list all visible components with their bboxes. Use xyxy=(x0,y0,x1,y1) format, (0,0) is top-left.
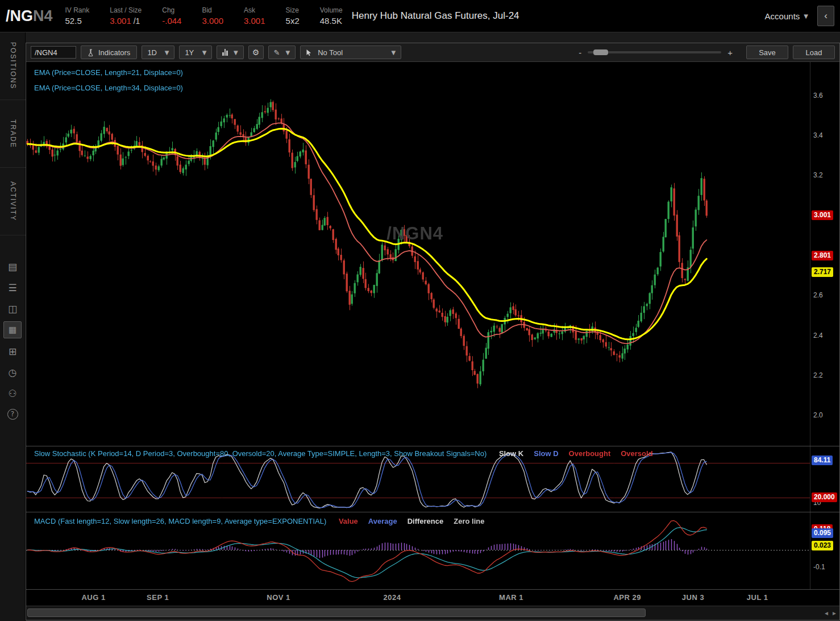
time-axis[interactable]: AUG 1SEP 1NOV 12024MAR 1APR 29JUN 3JUL 1 xyxy=(26,589,839,606)
scroll-right-icon[interactable]: ▸ xyxy=(833,609,836,617)
sidebar-tab-activity[interactable]: ACTIVITY xyxy=(0,168,26,235)
quote-field: Size5x2 xyxy=(286,6,300,26)
list-icon[interactable]: ☰ xyxy=(0,277,26,298)
symbol-suffix: N4 xyxy=(33,7,53,24)
aggregation-dropdown[interactable]: 1D ▼ xyxy=(142,45,174,59)
time-axis-label: MAR 1 xyxy=(499,593,523,602)
scroll-left-icon[interactable]: ◂ xyxy=(825,609,828,617)
price-axis[interactable]: 3.63.43.22.62.42.22.03.0012.8012.717 xyxy=(810,62,839,446)
active-tool-dropdown[interactable]: No Tool ▼ xyxy=(300,45,401,59)
chart-toolbar: Indicators 1D ▼ 1Y ▼ ▼ ⚙ xyxy=(26,43,839,62)
quote-field-value: 3.001 /1 xyxy=(110,16,142,26)
stochastic-axis[interactable]: 1084.1120.000 xyxy=(810,446,839,512)
accounts-label: Accounts xyxy=(765,11,800,21)
quote-field-value: 52.5 xyxy=(65,16,90,26)
stoch-study-row: Slow Stochastic (K Period=14, D Period=3… xyxy=(34,449,653,458)
stochastic-panel: Slow Stochastic (K Period=14, D Period=3… xyxy=(26,446,839,512)
quote-field-value: 3.001 xyxy=(244,16,265,26)
app-body: POSITIONSTRADEACTIVITY ▤☰◫▦⊞◷⚇? Indicato… xyxy=(0,32,840,621)
price-panel: EMA (Price=CLOSE, Length=21, Displace=0)… xyxy=(26,62,839,446)
load-button[interactable]: Load xyxy=(793,45,835,59)
chart-type-dropdown[interactable]: ▼ xyxy=(217,45,243,59)
chevron-left-icon: ‹ xyxy=(824,10,827,22)
sidebar-tabs: POSITIONSTRADEACTIVITY xyxy=(0,32,25,235)
scrollbar-thumb[interactable] xyxy=(27,608,646,617)
axis-badge: 84.11 xyxy=(812,456,833,465)
quote-field-label: Bid xyxy=(202,6,223,14)
chart-scrollbar[interactable]: ◂ ▸ xyxy=(26,606,839,620)
legend-item[interactable]: Difference xyxy=(407,517,444,525)
axis-tick: 2.6 xyxy=(813,291,823,299)
quote-field-value: 3.000 xyxy=(202,16,223,26)
legend-item[interactable]: Average xyxy=(368,517,397,525)
drawings-dropdown[interactable]: ✎ ▼ xyxy=(268,45,296,59)
quote-field-label: Volume xyxy=(320,6,343,14)
scrollbar-arrows[interactable]: ◂ ▸ xyxy=(825,609,836,617)
axis-badge: 20.000 xyxy=(812,492,837,502)
accounts-menu[interactable]: Accounts ▼ xyxy=(765,11,808,21)
legend-item[interactable]: Value xyxy=(339,517,358,525)
legend-item[interactable]: Slow K xyxy=(499,449,523,458)
quote-field-label: Chg xyxy=(162,6,181,14)
price-chart-canvas[interactable] xyxy=(26,62,810,446)
chevron-down-icon: ▼ xyxy=(202,49,207,56)
range-dropdown[interactable]: 1Y ▼ xyxy=(179,45,212,59)
zoom-control: - + xyxy=(579,48,733,57)
save-button[interactable]: Save xyxy=(746,45,788,59)
macd-study-label[interactable]: MACD (Fast length=12, Slow length=26, MA… xyxy=(34,517,326,525)
apps-icon[interactable]: ⊞ xyxy=(0,341,26,362)
zoom-in-button[interactable]: + xyxy=(727,48,733,57)
axis-tick: -0.1 xyxy=(813,563,825,571)
sidebar-tab-positions[interactable]: POSITIONS xyxy=(0,32,26,100)
axis-tick: 2.2 xyxy=(813,371,823,379)
ema21-study-label[interactable]: EMA (Price=CLOSE, Length=21, Displace=0) xyxy=(34,68,183,77)
flask-icon xyxy=(88,49,94,56)
axis-tick: 2.0 xyxy=(813,411,823,419)
aggregation-value: 1D xyxy=(147,48,157,57)
symbol-title: /NGN4 xyxy=(6,7,53,25)
quote-field-value: 5x2 xyxy=(286,16,300,26)
chart-settings-button[interactable]: ⚙ xyxy=(248,45,264,59)
legend-item[interactable]: Slow D xyxy=(534,449,558,458)
ema34-study-label[interactable]: EMA (Price=CLOSE, Length=34, Displace=0) xyxy=(34,84,183,92)
instrument-description: Henry Hub Natural Gas Futures, Jul-24 xyxy=(352,10,519,22)
chevron-down-icon: ▼ xyxy=(285,49,290,56)
header-right: Accounts ▼ ‹ xyxy=(765,6,834,26)
price-plot: EMA (Price=CLOSE, Length=21, Displace=0)… xyxy=(26,62,810,446)
quote-field-label: Ask xyxy=(244,6,265,14)
time-axis-label: JUN 3 xyxy=(682,593,704,602)
notes-icon[interactable]: ▤ xyxy=(0,256,26,277)
clipboard-icon[interactable]: ◫ xyxy=(0,298,26,319)
chevron-down-icon: ▼ xyxy=(165,49,169,56)
chart-grid-icon[interactable]: ▦ xyxy=(3,321,22,338)
sidebar-tab-trade[interactable]: TRADE xyxy=(0,100,26,168)
zoom-slider[interactable] xyxy=(588,51,721,53)
sidebar-icons: ▤☰◫▦⊞◷⚇? xyxy=(0,256,25,425)
axis-tick: 3.6 xyxy=(813,92,823,100)
axis-tick: 3.4 xyxy=(813,131,823,139)
quote-field: Bid3.000 xyxy=(202,6,223,26)
chevron-down-icon: ▼ xyxy=(234,49,238,56)
range-value: 1Y xyxy=(185,48,194,57)
stoch-study-label[interactable]: Slow Stochastic (K Period=14, D Period=3… xyxy=(34,449,486,458)
quote-field-label: Size xyxy=(286,6,300,14)
legend-item[interactable]: Zero line xyxy=(454,517,484,525)
clock-icon[interactable]: ◷ xyxy=(0,362,26,383)
indicators-button[interactable]: Indicators xyxy=(81,45,137,59)
macd-axis[interactable]: -0.10.1180.0950.023 xyxy=(810,512,839,589)
quote-header: /NGN4 IV Rank52.5Last / Size3.001 /1Chg-… xyxy=(0,0,840,32)
collapse-panel-button[interactable]: ‹ xyxy=(817,6,834,26)
cursor-icon xyxy=(306,49,312,56)
app-root: /NGN4 IV Rank52.5Last / Size3.001 /1Chg-… xyxy=(0,0,840,621)
axis-badge: 2.717 xyxy=(812,267,833,277)
legend-item[interactable]: Overbought xyxy=(569,449,611,458)
indicators-label: Indicators xyxy=(98,48,130,57)
symbol-input[interactable] xyxy=(31,46,76,59)
legend-item[interactable]: Oversold xyxy=(621,449,652,458)
people-icon[interactable]: ⚇ xyxy=(0,383,26,404)
zoom-out-button[interactable]: - xyxy=(579,48,581,57)
help-icon[interactable]: ? xyxy=(0,404,26,425)
axis-badge: 3.001 xyxy=(812,210,833,220)
left-sidebar: POSITIONSTRADEACTIVITY ▤☰◫▦⊞◷⚇? xyxy=(0,32,26,621)
zoom-slider-thumb[interactable] xyxy=(593,49,608,55)
